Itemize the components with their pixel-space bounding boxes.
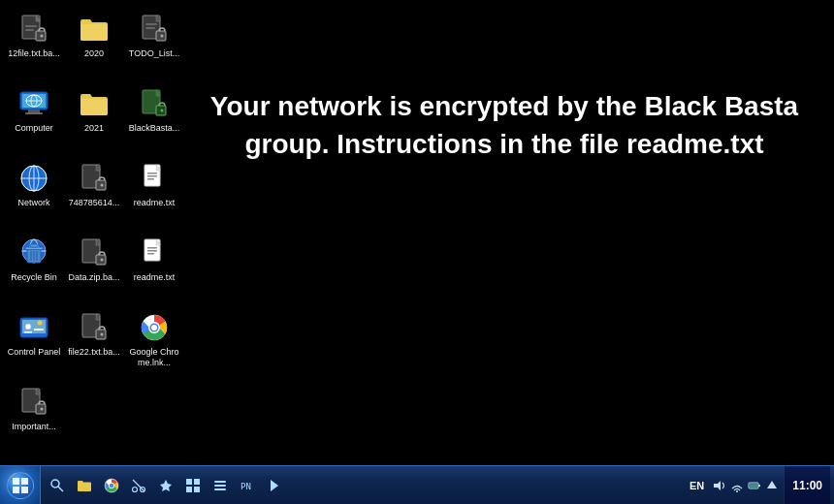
svg-rect-81: [186, 487, 192, 492]
svg-point-4: [41, 35, 44, 38]
icon-12file[interactable]: 12file.txt.ba...: [5, 10, 63, 82]
icon-file22[interactable]: file22.txt.ba...: [65, 308, 123, 381]
icon-network[interactable]: Network: [5, 159, 63, 232]
icon-todo[interactable]: TODO_List...: [125, 10, 183, 82]
taskbar-search[interactable]: [45, 473, 70, 498]
system-clock[interactable]: 11:00: [784, 466, 830, 505]
svg-rect-7: [145, 27, 155, 29]
svg-rect-13: [25, 112, 43, 114]
svg-marker-87: [271, 480, 278, 491]
svg-point-19: [161, 110, 164, 112]
svg-rect-83: [214, 481, 226, 483]
tray-volume[interactable]: [712, 478, 727, 493]
taskbar-star[interactable]: [153, 473, 178, 498]
svg-line-71: [58, 487, 63, 491]
taskbar-arrow[interactable]: [262, 473, 287, 498]
svg-rect-48: [147, 250, 157, 252]
svg-rect-92: [758, 485, 760, 487]
svg-rect-69: [21, 487, 28, 493]
icon-chrome[interactable]: Google Chrome.lnk...: [125, 308, 183, 381]
taskbar-snipping[interactable]: [126, 473, 151, 498]
system-tray: [712, 478, 780, 493]
svg-rect-84: [214, 485, 226, 487]
taskbar-chrome[interactable]: [99, 473, 124, 498]
start-button[interactable]: [0, 466, 41, 505]
ransom-message: Your network is encrypted by the Black B…: [194, 87, 815, 163]
svg-marker-93: [767, 481, 777, 488]
svg-rect-80: [194, 479, 200, 485]
svg-rect-68: [13, 487, 19, 493]
svg-line-75: [133, 480, 144, 491]
svg-rect-54: [34, 329, 44, 331]
svg-rect-66: [13, 478, 19, 485]
svg-point-53: [38, 321, 43, 326]
icon-computer[interactable]: Computer: [5, 84, 63, 157]
tray-notifications[interactable]: [764, 478, 780, 493]
taskbar-right: EN: [686, 466, 834, 504]
icon-datazip[interactable]: Data.zip.ba...: [65, 234, 123, 306]
svg-point-89: [736, 490, 738, 492]
icon-blackbasta[interactable]: BlackBasta...: [125, 84, 183, 157]
icon-recycle-bin[interactable]: Recycle Bin: [5, 234, 63, 306]
svg-point-28: [101, 184, 104, 187]
svg-marker-88: [714, 481, 721, 490]
taskbar-explorer[interactable]: [72, 473, 97, 498]
icon-control-panel[interactable]: Control Panel: [5, 308, 63, 381]
svg-point-76: [133, 487, 138, 491]
taskbar-quick-launch: PN: [41, 466, 291, 504]
language-indicator[interactable]: EN: [686, 480, 708, 491]
svg-rect-79: [186, 479, 192, 485]
svg-point-70: [51, 480, 59, 488]
svg-rect-85: [214, 488, 226, 490]
tray-battery[interactable]: [747, 478, 762, 493]
svg-rect-1: [25, 25, 37, 27]
svg-point-62: [151, 325, 157, 331]
svg-point-52: [25, 324, 31, 330]
taskbar-grid[interactable]: [180, 473, 206, 498]
icon-readme2[interactable]: readme.txt: [125, 234, 183, 306]
svg-point-65: [41, 408, 44, 411]
svg-point-58: [101, 333, 104, 336]
svg-rect-39: [30, 244, 38, 247]
taskbar-pn[interactable]: PN: [235, 473, 260, 498]
svg-rect-6: [145, 23, 157, 25]
icon-readme1[interactable]: readme.txt: [125, 159, 183, 232]
icon-748785614[interactable]: 748785614...: [65, 159, 123, 232]
icon-important[interactable]: Important...: [5, 383, 63, 456]
svg-marker-78: [160, 480, 172, 491]
svg-rect-82: [194, 487, 200, 492]
svg-point-9: [161, 35, 164, 38]
tray-network[interactable]: [729, 478, 745, 493]
svg-rect-30: [147, 173, 157, 174]
svg-rect-47: [147, 247, 157, 249]
icon-2020[interactable]: 2020: [65, 10, 123, 82]
svg-rect-12: [28, 110, 40, 112]
icon-grid: 12file.txt.ba... 2020: [0, 5, 188, 460]
svg-text:PN: PN: [241, 482, 251, 491]
svg-rect-32: [147, 178, 154, 180]
icon-2021[interactable]: 2021: [65, 84, 123, 157]
desktop: 12file.txt.ba... 2020: [0, 0, 834, 465]
taskbar: PN EN: [0, 465, 834, 504]
svg-rect-49: [147, 253, 154, 255]
svg-rect-91: [750, 484, 757, 488]
windows-orb: [7, 472, 34, 499]
svg-point-74: [110, 483, 113, 487]
svg-rect-67: [21, 478, 28, 485]
svg-rect-31: [147, 175, 157, 177]
svg-rect-55: [24, 331, 32, 333]
taskbar-list[interactable]: [208, 473, 233, 498]
svg-point-45: [101, 259, 104, 262]
svg-rect-2: [25, 29, 34, 31]
